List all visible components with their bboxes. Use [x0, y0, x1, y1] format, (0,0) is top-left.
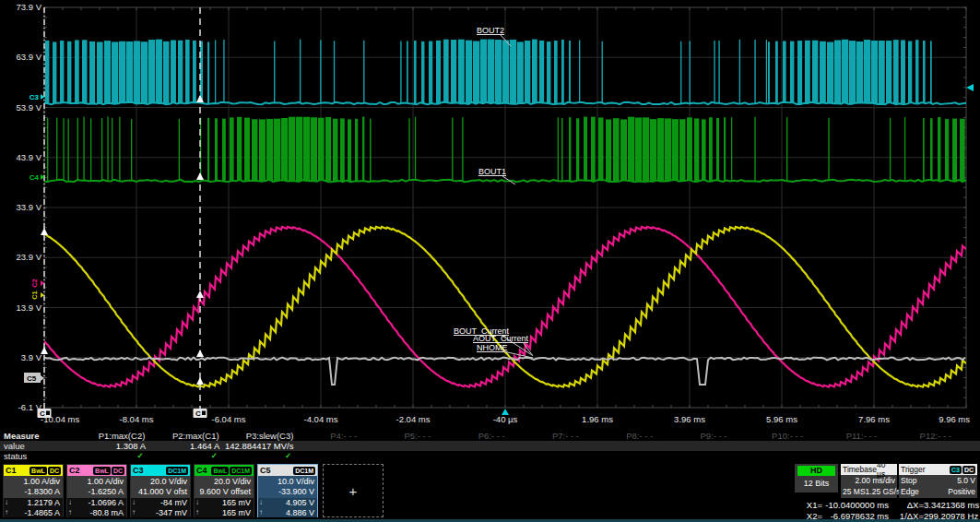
channel-offset: -1.6250 A — [68, 487, 124, 497]
svg-text:-2.04 ms: -2.04 ms — [396, 414, 431, 424]
channel-header-c5: C5DC1M — [258, 465, 317, 476]
channel-descriptor-c2[interactable]: C2BwLDC1.00 A/div-1.6250 A↓-1.0696 A↑-80… — [66, 464, 127, 517]
timebase-label: Timebase — [843, 465, 877, 474]
svg-text:5.96 ms: 5.96 ms — [766, 414, 797, 424]
measure-value-label: value — [4, 441, 25, 451]
measure-col-label-p2[interactable]: P2:max(C1) — [159, 431, 232, 441]
cursor-down-value: 1.2179 A — [27, 498, 60, 508]
measure-col-label-p3[interactable]: P3:slew(C3) — [233, 431, 307, 441]
cursor-down-value: 4.905 V — [286, 498, 314, 508]
hd-indicator[interactable]: HD 12 Bits — [795, 464, 838, 492]
trace-label-bout1[interactable]: BOUT1 — [478, 167, 506, 176]
measure-col-label-p1[interactable]: P1:max(C2) — [85, 431, 159, 441]
svg-text:-4.04 ms: -4.04 ms — [304, 414, 338, 424]
channel-scale: 1.00 A/div — [5, 477, 60, 487]
cursor-up-icon: ↑ — [68, 508, 72, 518]
trigger-coupling-badge: DC — [962, 466, 975, 474]
channel-header-c4: C4BwLDC1M — [195, 465, 254, 476]
cursor-up-value: -80.8 mA — [89, 508, 124, 518]
channel-header-c1: C1BwLDC — [4, 465, 63, 476]
channel-offset: -1.8300 A — [5, 487, 60, 497]
measure-col-status-p3: ✓ — [252, 451, 325, 461]
oscilloscope-app: CCC3C4C2C1C5BOUT2BOUT1BOUT_CurrentAOUT_C… — [0, 0, 980, 522]
channel-descriptor-c3[interactable]: C3DC1M20.0 V/div41.000 V ofst↓-84 mV↑-34… — [130, 464, 191, 517]
trigger-level-icon[interactable] — [966, 84, 974, 91]
channel-scale: 20.0 V/div — [195, 477, 251, 487]
cursor-up-icon: ↑ — [5, 508, 8, 518]
trace-label-aout_current[interactable]: AOUT_Current — [473, 334, 529, 343]
cursor-down-icon: ↓ — [5, 498, 8, 508]
measure-col-label-p5[interactable]: P5:- - - — [381, 431, 455, 441]
channel-settings: 1.00 A/div-1.8300 A — [4, 476, 63, 498]
channel-descriptor-c1[interactable]: C1BwLDC1.00 A/div-1.8300 A↓1.2179 A↑-1.4… — [3, 464, 64, 517]
cursor-up-value: -1.4865 A — [24, 508, 60, 518]
svg-text:-40 µs: -40 µs — [493, 414, 518, 424]
channel-badge-dc1m: DC1M — [293, 467, 315, 475]
channel-scale: 20.0 V/div — [132, 477, 187, 487]
x1-label: X1= — [795, 500, 822, 511]
channel-cursor-readout: ↓-1.0696 A↑-80.8 mA — [67, 498, 126, 517]
measure-value-row: value 1.308 A1.464 A142.884417 MV/s — [0, 441, 980, 451]
svg-text:13.9 V: 13.9 V — [17, 303, 42, 313]
measure-col-status-p1: ✓ — [103, 451, 177, 461]
cursor-up-value: 165 mV — [222, 508, 251, 518]
svg-text:9.96 ms: 9.96 ms — [939, 414, 970, 424]
cursor-down-icon: ↓ — [195, 498, 199, 508]
hd-badge: HD — [797, 466, 835, 476]
svg-text:C5: C5 — [27, 374, 37, 383]
add-channel-box[interactable]: + — [323, 464, 384, 517]
channel-descriptor-c5[interactable]: C5DC1M10.0 V/div-33.900 V↓4.905 V↑4.886 … — [257, 464, 318, 517]
channel-markers[interactable]: C3C4C2C1C5 — [24, 93, 44, 383]
measure-col-label-p9[interactable]: P9:- - - — [677, 431, 750, 441]
cursor-down-value: -84 mV — [160, 498, 187, 508]
cursor-down-icon: ↓ — [68, 498, 72, 508]
channel-descriptor-c4[interactable]: C4BwLDC1M20.0 V/div9.600 V offset↓165 mV… — [194, 464, 254, 517]
svg-text:53.9 V: 53.9 V — [17, 102, 42, 113]
measure-col-label-p12[interactable]: P12:- - - — [899, 431, 973, 441]
measure-col-label-p8[interactable]: P8:- - - — [603, 431, 677, 441]
channel-id-label: C2 — [69, 466, 80, 475]
measure-col-label-p4[interactable]: P4:- - - — [307, 431, 381, 441]
trace-label-bout2[interactable]: BOUT2 — [477, 26, 504, 35]
measure-col-label-p10[interactable]: P10:- - - — [750, 431, 824, 441]
channel-id-label: C4 — [196, 466, 207, 475]
trigger-label: Trigger — [901, 465, 926, 474]
dx-value: 3.3421368 ms — [924, 500, 977, 511]
channel-badge-dc: DC — [48, 467, 61, 475]
svg-text:C1: C1 — [30, 291, 39, 300]
trigger-box[interactable]: Trigger C3 DC Stop 5.0 V Edge Positive — [899, 464, 977, 498]
svg-text:C2: C2 — [30, 279, 39, 288]
measure-col-label-p11[interactable]: P11:- - - — [825, 431, 899, 441]
svg-text:63.9 V: 63.9 V — [17, 52, 42, 62]
channel-badge-bwl: BwL — [93, 467, 111, 475]
plus-icon: + — [349, 483, 358, 499]
trigger-source-badge: C3 — [950, 466, 962, 474]
svg-text:43.9 V: 43.9 V — [17, 152, 42, 162]
trigger-type: Edge — [901, 486, 919, 497]
channel-settings: 20.0 V/div9.600 V offset — [195, 476, 254, 498]
channel-cursor-readout: ↓4.905 V↑4.886 V — [258, 498, 317, 517]
timebase-box[interactable]: Timebase 40 µs 2.00 ms/div 25 MS 1.25 GS… — [841, 464, 897, 498]
measure-col-label-p6[interactable]: P6:- - - — [455, 431, 528, 441]
trace-label-nhome[interactable]: NHOME — [477, 343, 508, 352]
channel-settings: 20.0 V/div41.000 V ofst — [131, 476, 190, 498]
cursor-down-value: -1.0696 A — [88, 498, 124, 508]
measure-col-label-p7[interactable]: P7:- - - — [529, 431, 603, 441]
cursor-down-icon: ↓ — [259, 498, 263, 508]
channel-badge-dc1m: DC1M — [166, 467, 188, 475]
svg-text:-10.04 ms: -10.04 ms — [41, 414, 79, 424]
measure-col-value-p2: 1.464 A — [146, 441, 219, 451]
svg-text:C4: C4 — [30, 173, 40, 182]
svg-text:73.9 V: 73.9 V — [17, 2, 42, 12]
svg-text:1.96 ms: 1.96 ms — [582, 414, 613, 424]
channel-id-label: C3 — [133, 466, 144, 475]
waveform-display[interactable]: CCC3C4C2C1C5BOUT2BOUT1BOUT_CurrentAOUT_C… — [0, 0, 980, 430]
measure-col-value-p3: 142.884417 MV/s — [220, 441, 294, 451]
channel-cursor-readout: ↓165 mV↑165 mV — [195, 498, 254, 517]
channel-badge-dc1m: DC1M — [230, 467, 252, 475]
channel-offset: -33.900 V — [259, 487, 314, 497]
channel-offset: 9.600 V offset — [195, 487, 251, 497]
svg-text:-6.04 ms: -6.04 ms — [212, 414, 246, 424]
channel-badge-bwl: BwL — [30, 467, 47, 475]
descriptor-bar: C1BwLDC1.00 A/div-1.8300 A↓1.2179 A↑-1.4… — [0, 463, 980, 519]
